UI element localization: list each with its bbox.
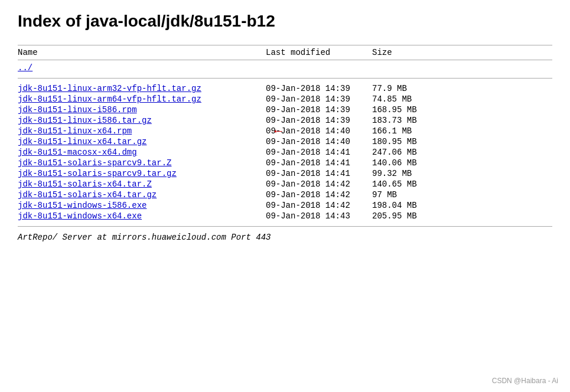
table-row: jdk-8u151-solaris-x64.tar.gz09-Jan-2018 … [18, 190, 552, 200]
table-row: jdk-8u151-linux-i586.tar.gz09-Jan-2018 1… [18, 115, 552, 126]
file-link[interactable]: jdk-8u151-macosx-x64.dmg [18, 148, 266, 157]
file-size: 183.73 MB [372, 116, 443, 125]
table-header: Name Last modified Size [18, 45, 552, 60]
table-row: jdk-8u151-linux-i586.rpm09-Jan-2018 14:3… [18, 104, 552, 115]
table-row: jdk-8u151-linux-arm64-vfp-hflt.tar.gz09-… [18, 94, 552, 104]
file-link[interactable]: jdk-8u151-windows-x64.exe [18, 211, 266, 221]
page-title: Index of java-local/jdk/8u151-b12 [18, 12, 552, 31]
file-size: 74.85 MB [372, 94, 443, 104]
file-size: 247.06 MB [372, 148, 443, 157]
file-date: 09-Jan-2018 14:41 [266, 148, 372, 157]
file-size: 205.95 MB [372, 211, 443, 221]
file-size: 180.95 MB [372, 137, 443, 146]
file-size: 168.95 MB [372, 105, 443, 115]
file-date: 09-Jan-2018 14:39 [266, 94, 372, 104]
divider-bottom [18, 226, 552, 227]
file-link[interactable]: jdk-8u151-solaris-x64.tar.gz [18, 190, 266, 200]
footer-text: ArtRepo/ Server at mirrors.huaweicloud.c… [18, 233, 552, 242]
table-row: jdk-8u151-windows-x64.exe09-Jan-2018 14:… [18, 211, 552, 221]
file-link[interactable]: jdk-8u151-solaris-x64.tar.Z [18, 179, 266, 189]
table-row: jdk-8u151-macosx-x64.dmg09-Jan-2018 14:4… [18, 147, 552, 158]
file-list: ../ [18, 63, 552, 73]
table-row: jdk-8u151-linux-x64.tar.gz09-Jan-2018 14… [18, 136, 552, 147]
table-row: jdk-8u151-linux-x64.rpm←09-Jan-2018 14:4… [18, 126, 552, 136]
file-date: 09-Jan-2018 14:42 [266, 190, 372, 200]
file-size: 140.65 MB [372, 179, 443, 189]
file-link[interactable]: jdk-8u151-linux-i586.rpm [18, 105, 266, 115]
col-modified-header: Last modified [266, 48, 372, 57]
file-date: 09-Jan-2018 14:42 [266, 201, 372, 210]
file-date: 09-Jan-2018 14:40 [266, 137, 372, 146]
file-link[interactable]: jdk-8u151-solaris-sparcv9.tar.gz [18, 169, 266, 178]
file-date: 09-Jan-2018 14:39 [266, 116, 372, 125]
file-size: 198.04 MB [372, 201, 443, 210]
file-date: 09-Jan-2018 14:40 [266, 126, 372, 136]
file-link[interactable]: jdk-8u151-linux-x64.tar.gz [18, 137, 266, 146]
table-row: jdk-8u151-solaris-sparcv9.tar.gz09-Jan-2… [18, 168, 552, 179]
file-link[interactable]: jdk-8u151-linux-x64.rpm [18, 126, 266, 136]
file-date: 09-Jan-2018 14:42 [266, 179, 372, 189]
file-date: 09-Jan-2018 14:41 [266, 158, 372, 168]
file-size: 140.06 MB [372, 158, 443, 168]
table-row: jdk-8u151-solaris-x64.tar.Z09-Jan-2018 1… [18, 179, 552, 190]
file-size: 97 MB [372, 190, 443, 200]
file-link[interactable]: jdk-8u151-linux-arm32-vfp-hflt.tar.gz [18, 84, 266, 93]
col-name-header: Name [18, 48, 266, 57]
file-date: 09-Jan-2018 14:39 [266, 84, 372, 93]
file-list-main: jdk-8u151-linux-arm32-vfp-hflt.tar.gz09-… [18, 83, 552, 221]
col-size-header: Size [372, 48, 443, 57]
parent-dir-row: ../ [18, 63, 552, 73]
parent-dir-link[interactable]: ../ [18, 63, 266, 73]
file-link[interactable]: jdk-8u151-solaris-sparcv9.tar.Z [18, 158, 266, 168]
table-row: jdk-8u151-windows-i586.exe09-Jan-2018 14… [18, 200, 552, 211]
file-size: 99.32 MB [372, 169, 443, 178]
file-date: 09-Jan-2018 14:41 [266, 169, 372, 178]
file-date: 09-Jan-2018 14:39 [266, 105, 372, 115]
file-link[interactable]: jdk-8u151-windows-i586.exe [18, 201, 266, 210]
file-date: 09-Jan-2018 14:43 [266, 211, 372, 221]
file-link[interactable]: jdk-8u151-linux-arm64-vfp-hflt.tar.gz [18, 94, 266, 104]
divider-top [18, 78, 552, 79]
file-size: 77.9 MB [372, 84, 443, 93]
file-link[interactable]: jdk-8u151-linux-i586.tar.gz [18, 116, 266, 125]
table-row: jdk-8u151-linux-arm32-vfp-hflt.tar.gz09-… [18, 83, 552, 94]
table-row: jdk-8u151-solaris-sparcv9.tar.Z09-Jan-20… [18, 158, 552, 168]
file-size: 166.1 MB [372, 126, 443, 136]
